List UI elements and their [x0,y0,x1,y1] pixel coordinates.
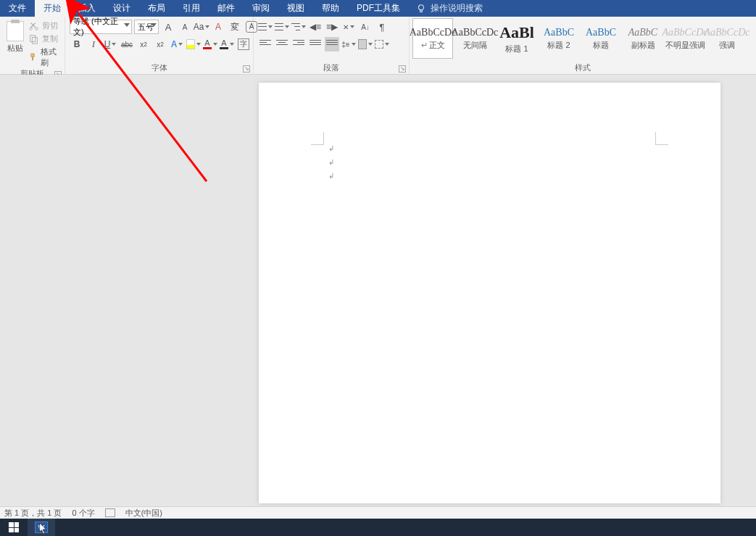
italic-button[interactable]: I [86,37,101,51]
grow-font-button[interactable]: A [161,20,175,34]
style-item-3[interactable]: AaBbC标题 2 [539,18,579,59]
style-label: 不明显强调 [665,40,705,51]
align-left-button[interactable] [258,37,273,51]
style-preview: AaBl [499,23,534,42]
style-item-6[interactable]: AaBbCcDc不明显强调 [665,18,705,59]
highlight-button[interactable] [186,37,201,51]
style-label: ↵正文 [421,40,445,51]
tab-references[interactable]: 引用 [174,0,209,17]
align-justify-button[interactable] [308,37,323,51]
font-launcher[interactable]: ↘ [243,65,250,73]
asian-layout-button[interactable]: ✕ [341,20,356,34]
sort-button[interactable]: A↓ [358,20,373,34]
text-effects-button[interactable]: A [170,37,184,51]
style-preview: AaBbC [586,27,616,38]
scissors-icon [29,21,39,31]
format-painter-button[interactable]: 格式刷 [29,46,60,68]
clear-format-button[interactable]: A [211,20,225,34]
style-preview: AaBbCcDc [410,27,457,38]
paste-button[interactable]: 粘贴 [4,20,26,54]
bold-button[interactable]: B [70,37,84,51]
svg-point-3 [36,27,38,30]
document-area[interactable]: ↲↲↲ [0,75,756,506]
cut-button[interactable]: 剪切 [29,20,60,31]
multilevel-button[interactable] [291,20,306,34]
shrink-font-button[interactable]: A [178,20,192,34]
tab-layout[interactable]: 布局 [139,0,174,17]
paste-label: 粘贴 [7,43,23,54]
change-case-button[interactable]: Aa [194,20,209,34]
tab-design[interactable]: 设计 [104,0,139,17]
copy-label: 复制 [42,33,58,44]
align-center-button[interactable] [275,37,289,51]
tab-home[interactable]: 开始 [35,0,70,17]
superscript-button[interactable]: x2 [153,37,167,51]
style-item-0[interactable]: AaBbCcDc↵正文 [412,18,453,59]
style-label: 无间隔 [463,40,487,51]
status-page[interactable]: 第 1 页，共 1 页 [4,508,62,519]
svg-rect-5 [33,37,38,44]
cut-label: 剪切 [42,20,58,31]
spellcheck-icon[interactable] [105,508,115,517]
font-size-combo[interactable]: 五号 [134,20,159,34]
enclose-char-button[interactable]: 字 [236,37,251,51]
font-color-button[interactable]: A [203,37,217,51]
copy-icon [29,34,39,44]
style-item-2[interactable]: AaBl标题 1 [497,18,537,59]
group-styles-label: 样式 [410,62,756,74]
svg-rect-4 [30,35,36,41]
show-marks-button[interactable]: ¶ [375,20,389,34]
strike-button[interactable]: abc [120,37,134,51]
bullets-button[interactable] [258,20,273,34]
svg-rect-1 [420,9,423,12]
shading-button[interactable] [358,37,373,51]
document-page[interactable]: ↲↲↲ [259,83,720,503]
group-font-label: 字体 ↘ [65,62,253,74]
style-label: 标题 [593,40,609,51]
tab-view[interactable]: 视图 [278,0,313,17]
menu-bar: 文件 开始 插入 设计 布局 引用 邮件 审阅 视图 帮助 PDF工具集 操作说… [0,0,756,17]
tab-review[interactable]: 审阅 [244,0,278,17]
svg-point-2 [30,27,33,30]
start-button[interactable] [0,519,28,536]
group-clipboard: 粘贴 剪切 复制 格式刷 剪贴板 ↘ [0,17,65,74]
tab-insert[interactable]: 插入 [70,0,104,17]
mouse-cursor-icon [39,523,48,535]
tab-pdf-tools[interactable]: PDF工具集 [348,0,409,17]
status-language[interactable]: 中文(中国) [125,508,162,519]
decrease-indent-button[interactable]: ◀≡ [308,20,323,34]
style-item-4[interactable]: AaBbC标题 [581,18,621,59]
style-item-1[interactable]: AaBbCcDc无间隔 [454,18,495,59]
numbering-button[interactable] [275,20,289,34]
distributed-button[interactable] [325,37,339,51]
font-name-combo[interactable]: 等线 (中文正文) [70,20,132,34]
style-label: 标题 1 [505,44,528,54]
taskbar: W [0,519,756,536]
phonetic-guide-button[interactable]: 変 [228,20,242,34]
status-word-count[interactable]: 0 个字 [72,508,94,519]
brush-icon [29,52,38,62]
align-right-button[interactable] [291,37,306,51]
style-preview: AaBbCcDc [662,27,708,38]
format-painter-label: 格式刷 [41,46,60,68]
style-preview: AaBbC [544,27,574,38]
tell-me-search[interactable]: 操作说明搜索 [409,0,490,17]
increase-indent-button[interactable]: ≡▶ [325,20,339,34]
text-cursor: ↲↲↲ [328,144,334,180]
line-spacing-button[interactable]: ‡≡ [341,37,356,51]
svg-rect-7 [33,57,33,60]
style-label: 强调 [719,40,735,51]
paragraph-launcher[interactable]: ↘ [399,65,406,73]
subscript-button[interactable]: x2 [136,37,151,51]
tab-file[interactable]: 文件 [0,0,35,17]
svg-rect-6 [31,54,34,57]
tab-help[interactable]: 帮助 [313,0,348,17]
style-item-5[interactable]: AaBbC副标题 [623,18,663,59]
borders-button[interactable] [375,37,389,51]
underline-button[interactable]: U [103,37,117,51]
char-shading-button[interactable]: A [220,37,234,51]
copy-button[interactable]: 复制 [29,33,60,44]
group-font: 等线 (中文正文) 五号 A A Aa A 変 A B I U abc x2 x… [65,17,254,74]
tab-mailings[interactable]: 邮件 [209,0,244,17]
style-item-7[interactable]: AaBbCcDc强调 [707,18,747,59]
